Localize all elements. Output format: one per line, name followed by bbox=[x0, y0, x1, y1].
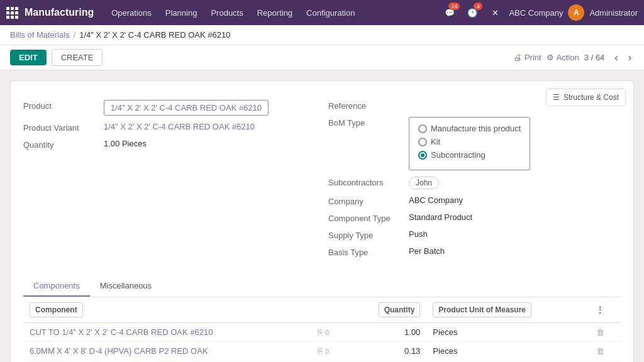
avatar: A bbox=[568, 4, 584, 21]
component-name[interactable]: 6.0MM X 4' X 8' D-4 (HPVA) CARB P2 RED O… bbox=[23, 342, 311, 361]
quantity-cell: 0.13 bbox=[347, 342, 427, 361]
grid-icon[interactable] bbox=[6, 7, 18, 19]
breadcrumb-parent[interactable]: Bills of Materials bbox=[10, 30, 70, 40]
action-bar: EDIT CREATE 🖨 Print ⚙ Action 3 / 64 ‹ › bbox=[0, 45, 644, 70]
activity-badge: 4 bbox=[474, 3, 482, 10]
col-component-header: Component bbox=[23, 297, 311, 323]
app-name: Manufacturing bbox=[25, 7, 94, 18]
radio-kit-icon bbox=[418, 138, 427, 146]
basis-type-field: Basis Type Per Batch bbox=[328, 246, 621, 257]
list-icon: ☰ bbox=[553, 93, 560, 102]
basis-type-value: Per Batch bbox=[409, 246, 445, 256]
radio-subcontracting-label: Subcontracting bbox=[431, 150, 486, 160]
quantity-label: Quantity bbox=[23, 139, 99, 150]
copy-icon-cell: ⎘ 0 bbox=[311, 323, 347, 342]
tab-miscellaneous[interactable]: Miscellaneous bbox=[90, 276, 162, 297]
tab-miscellaneous-label: Miscellaneous bbox=[100, 281, 152, 290]
tabs-bar: Components Miscellaneous bbox=[23, 276, 621, 297]
table-row: 6.0MM X 4' X 8' D-4 (HPVA) CARB P2 RED O… bbox=[23, 342, 621, 361]
uom-cell: Pieces bbox=[426, 323, 590, 342]
company-name: ABC Company bbox=[509, 8, 563, 18]
radio-kit[interactable]: Kit bbox=[418, 137, 521, 146]
radio-manufacture-icon bbox=[418, 124, 427, 133]
product-value: 1/4" X 2' X 2' C-4 CARB RED OAK #6210 bbox=[104, 100, 269, 116]
company-value: ABC Company bbox=[409, 195, 463, 205]
form-right: Reference BoM Type Manufacture this prod… bbox=[328, 100, 621, 263]
prev-page-button[interactable]: ‹ bbox=[612, 51, 620, 65]
breadcrumb-current: 1/4" X 2' X 2' C-4 CARB RED OAK #6210 bbox=[79, 30, 230, 40]
breadcrumb: Bills of Materials / 1/4" X 2' X 2' C-4 … bbox=[0, 25, 644, 45]
pagination-info: 3 / 64 bbox=[584, 53, 605, 62]
subcontractors-label: Subcontractors bbox=[328, 177, 404, 187]
print-button[interactable]: 🖨 Print bbox=[514, 53, 541, 62]
variant-value: 1/4" X 2' X 2' C-4 CARB RED OAK #6210 bbox=[104, 122, 255, 131]
component-type-field: Component Type Standard Product bbox=[328, 212, 621, 223]
radio-manufacture-label: Manufacture this product bbox=[431, 124, 521, 133]
action-label: Action bbox=[557, 53, 579, 62]
uom-cell: Pieces bbox=[426, 342, 590, 361]
close-icon[interactable]: ✕ bbox=[486, 4, 504, 21]
quantity-cell: 1.00 bbox=[347, 323, 427, 342]
user-name: Administrator bbox=[589, 8, 638, 18]
delete-icon-cell[interactable]: 🗑 bbox=[590, 342, 621, 361]
chat-badge: 24 bbox=[448, 3, 460, 10]
table-row: CUT TO 1/4" X 2' X 2' C-4 CARB RED OAK #… bbox=[23, 323, 621, 342]
copy-icon-cell: ⎘ 0 bbox=[311, 342, 347, 361]
delete-icon-cell[interactable]: 🗑 bbox=[590, 323, 621, 342]
nav-planning[interactable]: Planning bbox=[159, 6, 204, 20]
printer-icon: 🖨 bbox=[514, 53, 522, 62]
nav-configuration[interactable]: Configuration bbox=[300, 6, 361, 20]
nav-products[interactable]: Products bbox=[204, 6, 249, 20]
bom-type-box: Manufacture this product Kit Subcontract… bbox=[409, 117, 530, 170]
nav-links: Operations Planning Products Reporting C… bbox=[105, 6, 437, 20]
col-spacer bbox=[311, 297, 347, 323]
copy-icon[interactable]: ⎘ bbox=[318, 327, 323, 337]
nav-right: 💬 24 🕐 4 ✕ ABC Company A Administrator bbox=[441, 4, 638, 21]
components-table: Component Quantity Product Unit of Measu… bbox=[23, 297, 621, 361]
component-name[interactable]: CUT TO 1/4" X 2' X 2' C-4 CARB RED OAK #… bbox=[23, 323, 311, 342]
component-header-box: Component bbox=[30, 302, 83, 317]
reference-label: Reference bbox=[328, 100, 404, 111]
product-label: Product bbox=[23, 100, 99, 111]
quantity-header-box: Quantity bbox=[379, 302, 421, 317]
action-gear-icon: ⚙ bbox=[547, 53, 554, 62]
copy-icon[interactable]: ⎘ bbox=[318, 346, 323, 356]
next-page-button[interactable]: › bbox=[626, 51, 634, 65]
variant-field: Product Variant 1/4" X 2' X 2' C-4 CARB … bbox=[23, 122, 316, 133]
subcontractor-tag[interactable]: John bbox=[409, 177, 439, 189]
company-label: Company bbox=[328, 195, 404, 206]
activity-icon[interactable]: 🕐 4 bbox=[464, 4, 481, 21]
col-actions-header: ⋮ bbox=[590, 297, 621, 323]
structure-cost-label: Structure & Cost bbox=[564, 93, 619, 102]
print-label: Print bbox=[525, 53, 541, 62]
main-content: ☰ Structure & Cost Product 1/4" X 2' X 2… bbox=[0, 70, 644, 362]
tab-components[interactable]: Components bbox=[23, 276, 90, 297]
col-uom-header: Product Unit of Measure bbox=[426, 297, 590, 323]
top-navigation: Manufacturing Operations Planning Produc… bbox=[0, 0, 644, 25]
radio-kit-label: Kit bbox=[431, 137, 440, 146]
radio-subcontracting[interactable]: Subcontracting bbox=[418, 150, 521, 160]
radio-manufacture[interactable]: Manufacture this product bbox=[418, 124, 521, 133]
form-layout: Product 1/4" X 2' X 2' C-4 CARB RED OAK … bbox=[23, 100, 621, 263]
form-left: Product 1/4" X 2' X 2' C-4 CARB RED OAK … bbox=[23, 100, 316, 263]
nav-operations[interactable]: Operations bbox=[105, 6, 158, 20]
component-type-value: Standard Product bbox=[409, 212, 472, 222]
edit-button[interactable]: EDIT bbox=[10, 50, 47, 65]
chat-icon[interactable]: 💬 24 bbox=[441, 4, 458, 21]
company-field: Company ABC Company bbox=[328, 195, 621, 206]
bom-type-label: BoM Type bbox=[328, 117, 404, 128]
quantity-value: 1.00 Pieces bbox=[104, 139, 147, 148]
create-button[interactable]: CREATE bbox=[52, 49, 103, 66]
action-button[interactable]: ⚙ Action bbox=[547, 53, 579, 62]
quantity-field: Quantity 1.00 Pieces bbox=[23, 139, 316, 150]
structure-cost-button[interactable]: ☰ Structure & Cost bbox=[546, 89, 626, 106]
component-type-label: Component Type bbox=[328, 212, 404, 223]
uom-header-box: Product Unit of Measure bbox=[433, 302, 531, 317]
nav-reporting[interactable]: Reporting bbox=[251, 6, 299, 20]
product-text: 1/4" X 2' X 2' C-4 CARB RED OAK #6210 bbox=[111, 103, 262, 112]
supply-type-label: Supply Type bbox=[328, 229, 404, 240]
variant-label: Product Variant bbox=[23, 122, 99, 133]
basis-type-label: Basis Type bbox=[328, 246, 404, 257]
subcontractors-field: Subcontractors John bbox=[328, 177, 621, 189]
product-field: Product 1/4" X 2' X 2' C-4 CARB RED OAK … bbox=[23, 100, 316, 116]
